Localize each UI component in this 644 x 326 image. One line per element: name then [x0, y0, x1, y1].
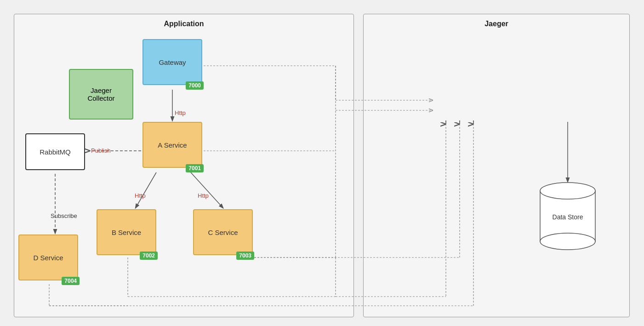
d-service-box: D Service 7004 — [18, 234, 78, 280]
jaeger-collector-box: JaegerCollector — [69, 69, 133, 120]
jaeger-panel-title: Jaeger — [484, 20, 508, 28]
application-panel-title: Application — [164, 20, 204, 28]
rabbitmq-label: RabbitMQ — [40, 148, 71, 156]
c-service-port: 7003 — [236, 252, 254, 260]
rabbitmq-box: RabbitMQ — [25, 133, 85, 170]
gateway-port: 7000 — [186, 81, 204, 90]
gateway-box: Gateway 7000 — [142, 39, 202, 85]
data-store-svg: Data Store — [529, 182, 607, 255]
a-service-label: A Service — [158, 141, 187, 149]
d-service-port: 7004 — [62, 277, 80, 285]
svg-point-29 — [540, 183, 595, 199]
diagram-container: Application Jaeger — [0, 0, 644, 326]
b-service-box: B Service 7002 — [97, 209, 156, 255]
c-service-box: C Service 7003 — [193, 209, 253, 255]
b-service-port: 7002 — [140, 252, 158, 260]
http-label-a-c: Http — [198, 192, 209, 199]
http-label-a-b: Http — [135, 192, 146, 199]
a-service-port: 7001 — [186, 164, 204, 172]
svg-point-30 — [540, 233, 595, 250]
b-service-label: B Service — [112, 229, 141, 236]
a-service-box: A Service 7001 — [142, 122, 202, 168]
d-service-label: D Service — [33, 254, 63, 262]
subscribe-label: Subscribe — [51, 212, 77, 219]
data-store-label: Data Store — [553, 213, 583, 221]
publish-label: Publish — [91, 147, 111, 154]
jaeger-collector-label: JaegerCollector — [87, 86, 114, 102]
gateway-label: Gateway — [159, 58, 186, 66]
jaeger-panel: Jaeger — [363, 14, 630, 317]
c-service-label: C Service — [208, 229, 238, 236]
http-label-gateway-a: Http — [175, 109, 186, 116]
